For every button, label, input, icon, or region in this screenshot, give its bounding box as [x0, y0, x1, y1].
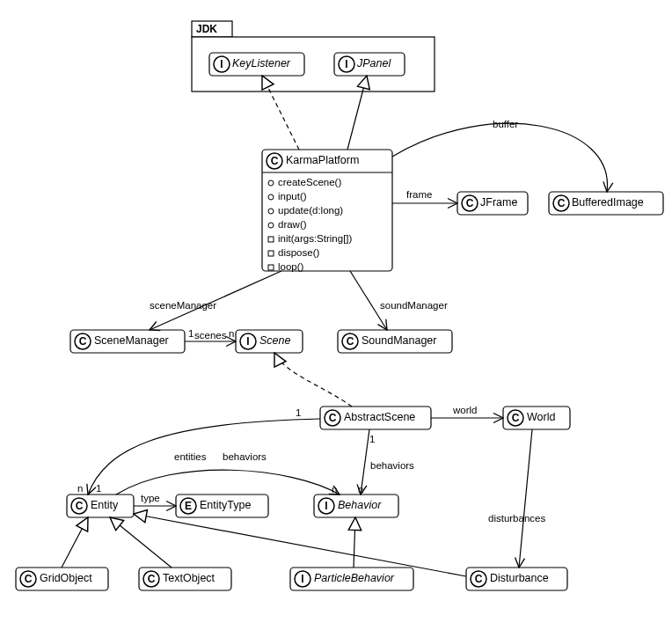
node-karmaplatform: C KarmaPlatform createScene() input() up… — [262, 150, 392, 272]
svg-text:init(args:String[]): init(args:String[]) — [278, 233, 353, 244]
node-world: C World — [503, 407, 570, 429]
mult-label: 1 — [369, 434, 375, 444]
svg-text:C: C — [25, 573, 33, 585]
svg-text:C: C — [271, 155, 279, 167]
mult-label: n — [332, 484, 337, 494]
svg-rect-23 — [268, 237, 274, 242]
svg-text:createScene(): createScene() — [278, 177, 341, 187]
svg-text:GridObject: GridObject — [40, 572, 92, 584]
svg-text:input(): input() — [278, 191, 307, 201]
node-gridobject: C GridObject — [16, 568, 108, 590]
edge-particlebeh-behavior — [354, 517, 355, 568]
edge-label: behaviors — [370, 460, 414, 471]
svg-point-15 — [268, 180, 274, 186]
svg-point-21 — [268, 223, 274, 228]
edge-disturbance-entity — [134, 514, 466, 576]
edge-label: buffer — [493, 119, 518, 129]
mult-label: n — [358, 484, 363, 494]
mult-label: 1 — [296, 407, 301, 418]
svg-text:C: C — [466, 197, 474, 209]
svg-text:TextObject: TextObject — [163, 572, 215, 584]
svg-text:C: C — [329, 412, 337, 424]
node-scenemanager: C SceneManager — [70, 330, 185, 353]
edge-label: type — [141, 493, 160, 503]
edge-world-disturbance — [519, 429, 532, 568]
svg-text:AbstractScene: AbstractScene — [344, 411, 415, 423]
svg-text:Behavior: Behavior — [338, 499, 382, 511]
package-label: JDK — [196, 23, 217, 35]
node-entity: C Entity — [67, 494, 134, 517]
node-entitytype: E EntityType — [176, 494, 268, 517]
node-scene: I Scene — [236, 330, 303, 353]
svg-text:I: I — [246, 335, 249, 348]
edge-label: behaviors — [223, 451, 267, 462]
edge-abscene-scene — [274, 353, 352, 407]
edge-label: frame — [406, 189, 432, 200]
edge-textobj-entity — [110, 517, 172, 568]
svg-point-19 — [268, 209, 274, 214]
svg-text:update(d:long): update(d:long) — [278, 205, 343, 216]
svg-text:World: World — [527, 411, 555, 423]
svg-text:JPanel: JPanel — [356, 57, 391, 70]
edge-entity-behavior — [116, 470, 340, 494]
edge-gridobj-entity — [62, 517, 88, 568]
svg-text:E: E — [185, 500, 192, 512]
node-abstractscene: C AbstractScene — [320, 407, 431, 429]
node-jframe: C JFrame — [457, 192, 528, 215]
mult-label: 1 — [96, 483, 101, 494]
svg-rect-27 — [268, 265, 274, 270]
svg-text:I: I — [325, 500, 327, 512]
edge-karma-buffer — [392, 123, 608, 192]
node-textobject: C TextObject — [139, 568, 231, 590]
edge-label: disturbances — [488, 513, 545, 524]
edge-label: entities — [174, 451, 207, 462]
node-jpanel: I JPanel — [334, 53, 405, 76]
svg-text:Disturbance: Disturbance — [490, 572, 549, 584]
svg-text:SoundManager: SoundManager — [362, 334, 436, 347]
svg-text:SceneManager: SceneManager — [94, 334, 169, 347]
svg-point-17 — [268, 194, 274, 200]
svg-text:JFrame: JFrame — [480, 196, 517, 209]
node-disturbance: C Disturbance — [466, 568, 567, 590]
svg-text:Entity: Entity — [91, 499, 119, 511]
svg-text:C: C — [148, 573, 156, 585]
edge-label: soundManager — [380, 300, 448, 311]
edge-label: scenes — [194, 330, 227, 341]
svg-text:EntityType: EntityType — [200, 499, 251, 511]
mult-label: n — [229, 328, 234, 339]
svg-text:I: I — [345, 58, 347, 70]
node-soundmanager: C SoundManager — [338, 330, 452, 353]
svg-text:draw(): draw() — [278, 219, 307, 230]
method-row: init(args:String[]) — [268, 233, 353, 244]
node-keylistener: I KeyListener — [209, 53, 304, 76]
svg-text:I: I — [220, 58, 223, 70]
edge-label: sceneManager — [150, 300, 216, 311]
svg-text:C: C — [76, 500, 84, 512]
node-bufferedimage: C BufferedImage — [549, 192, 663, 215]
svg-text:BufferedImage: BufferedImage — [572, 196, 644, 209]
method-row: createScene() — [268, 177, 341, 187]
svg-text:dispose(): dispose() — [278, 247, 319, 258]
mult-label: n — [77, 483, 83, 494]
svg-text:KarmaPlatform: KarmaPlatform — [286, 154, 359, 166]
uml-diagram: JDK I KeyListener I JPanel C KarmaPlatfo… — [0, 0, 672, 630]
svg-text:C: C — [512, 412, 520, 424]
svg-rect-25 — [268, 251, 274, 256]
node-behavior: I Behavior — [314, 494, 398, 517]
node-particlebehavior: I ParticleBehavior — [290, 568, 413, 590]
svg-text:C: C — [347, 335, 354, 348]
method-row: update(d:long) — [268, 205, 343, 216]
edge-label: world — [452, 405, 477, 415]
svg-text:ParticleBehavior: ParticleBehavior — [314, 572, 395, 584]
svg-text:C: C — [558, 197, 566, 209]
svg-text:KeyListener: KeyListener — [232, 57, 291, 70]
svg-text:C: C — [79, 335, 87, 348]
svg-text:Scene: Scene — [259, 334, 290, 347]
svg-text:C: C — [475, 573, 483, 585]
mult-label: 1 — [188, 328, 194, 339]
svg-text:I: I — [301, 573, 303, 585]
svg-text:loop(): loop() — [278, 261, 304, 272]
